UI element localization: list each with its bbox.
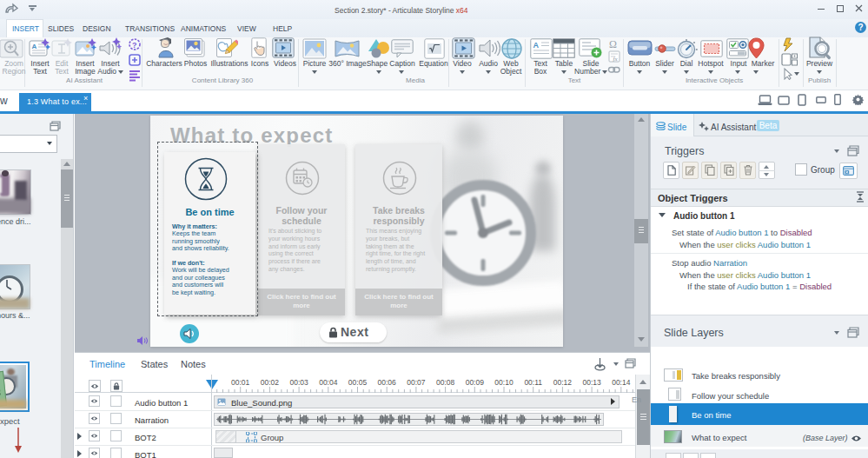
svg-text:00:05: 00:05 [348, 378, 368, 387]
svg-text:A: A [533, 41, 540, 50]
svg-text:00:02: 00:02 [261, 378, 280, 387]
svg-text:00:03: 00:03 [289, 378, 308, 387]
svg-text:00:08: 00:08 [436, 378, 455, 387]
svg-text:00:09: 00:09 [466, 378, 485, 387]
svg-text:00:11: 00:11 [524, 378, 542, 387]
svg-text:00:12: 00:12 [553, 378, 573, 387]
svg-text:Ω: Ω [609, 38, 617, 50]
svg-text:00:14: 00:14 [612, 378, 631, 387]
svg-text:00:06: 00:06 [378, 378, 397, 387]
svg-text:00:01: 00:01 [231, 378, 250, 387]
svg-text:00:07: 00:07 [407, 378, 426, 387]
svg-text:00:13: 00:13 [582, 378, 601, 387]
svg-text:fx: fx [613, 56, 619, 63]
svg-text:?: ? [132, 41, 137, 50]
svg-text:00:10: 00:10 [494, 378, 514, 387]
svg-text:00:04: 00:04 [319, 378, 338, 387]
svg-text:A: A [32, 43, 37, 50]
